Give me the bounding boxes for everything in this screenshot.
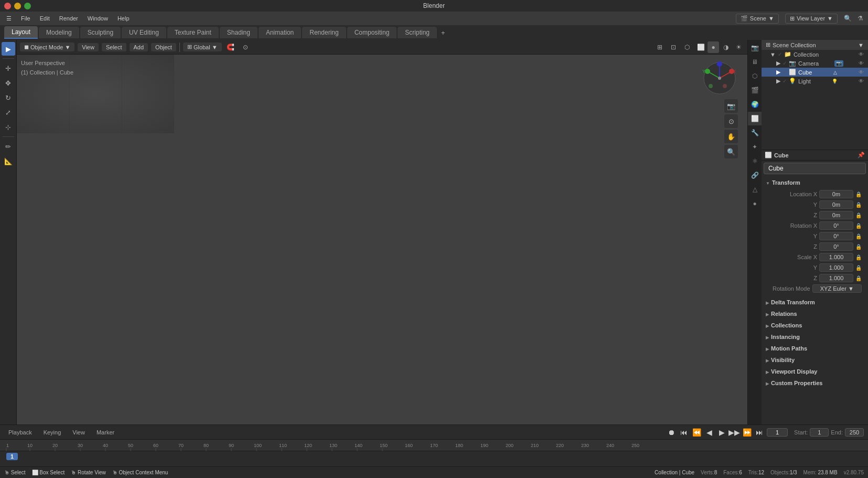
next-frame-button[interactable]: ▶▶: [729, 427, 740, 438]
visibility-header[interactable]: Visibility: [762, 355, 868, 365]
add-workspace-button[interactable]: +: [438, 28, 448, 38]
zoom-btn[interactable]: 🔍: [724, 145, 738, 158]
object-properties-icon[interactable]: ⬜: [748, 112, 762, 125]
scale-x-value[interactable]: 1.000: [819, 253, 853, 261]
jump-start-button[interactable]: ⏮: [679, 427, 689, 438]
mode-selector[interactable]: ◼ Object Mode ▼: [20, 43, 74, 51]
select-menu[interactable]: Select: [102, 43, 126, 51]
filter-button[interactable]: ⚗: [854, 13, 866, 24]
custom-properties-header[interactable]: Custom Properties: [762, 378, 868, 388]
camera-view-btn[interactable]: 📷: [724, 99, 738, 113]
jump-end-button[interactable]: ⏭: [754, 427, 765, 438]
prev-frame-button[interactable]: ◀: [704, 427, 714, 438]
annotate-tool[interactable]: ✏: [2, 140, 15, 153]
rotation-y-lock[interactable]: 🔒: [855, 233, 862, 239]
obj-name-input[interactable]: Cube: [764, 163, 866, 174]
menu-file[interactable]: File: [17, 14, 35, 23]
scale-x-lock[interactable]: 🔒: [855, 254, 862, 260]
cursor-tool[interactable]: ✛: [2, 61, 15, 75]
outliner-filter[interactable]: ▼: [858, 42, 864, 48]
timeline-scrub-area[interactable]: 1 10 20 30 40 50 60 70 80 90 100 110 120…: [0, 440, 868, 466]
frame-numbers-row[interactable]: 1: [0, 451, 868, 463]
relations-header[interactable]: Relations: [762, 309, 868, 319]
rotation-x-value[interactable]: 0°: [819, 221, 853, 230]
orbit-btn[interactable]: ⊙: [724, 114, 738, 128]
rotation-x-lock[interactable]: 🔒: [855, 223, 862, 229]
scene-selector[interactable]: 🎬 Scene ▼: [736, 14, 779, 24]
cube-eye[interactable]: 👁: [859, 69, 864, 75]
transform-tool[interactable]: ⊹: [2, 120, 15, 134]
object-menu[interactable]: Object: [151, 43, 176, 51]
close-button[interactable]: [4, 3, 11, 9]
camera-eye[interactable]: 👁: [859, 60, 864, 66]
workspace-tab-layout[interactable]: Layout: [4, 26, 38, 39]
solid-mode[interactable]: ●: [708, 41, 719, 53]
start-frame-input[interactable]: 1: [810, 428, 829, 437]
rendered-mode[interactable]: ☀: [733, 41, 744, 53]
viewport-overlays[interactable]: ⊡: [668, 41, 679, 53]
motion-paths-header[interactable]: Motion Paths: [762, 343, 868, 354]
move-tool[interactable]: ✥: [2, 76, 15, 90]
pan-btn[interactable]: ✋: [724, 130, 738, 143]
show-gizmos[interactable]: ⊞: [654, 41, 666, 53]
workspace-tab-sculpting[interactable]: Sculpting: [80, 27, 121, 38]
data-properties-icon[interactable]: △: [748, 183, 762, 196]
menu-edit[interactable]: Edit: [36, 14, 54, 23]
maximize-button[interactable]: [24, 3, 31, 9]
outliner-cube[interactable]: ▶ ✓ ⬜ Cube △ 👁: [762, 68, 868, 77]
delta-transform-header[interactable]: Delta Transform: [762, 297, 868, 307]
rotate-tool[interactable]: ↻: [2, 91, 15, 104]
rotation-mode-value[interactable]: XYZ Euler ▼: [812, 284, 862, 293]
instancing-header[interactable]: Instancing: [762, 332, 868, 342]
constraints-properties-icon[interactable]: 🔗: [748, 168, 762, 182]
location-z-lock[interactable]: 🔒: [855, 213, 862, 218]
workspace-tab-texture[interactable]: Texture Paint: [167, 27, 219, 38]
workspace-tab-scripting[interactable]: Scripting: [398, 27, 437, 38]
next-keyframe-button[interactable]: ⏩: [742, 427, 752, 438]
end-frame-input[interactable]: 250: [845, 428, 864, 437]
transform-section-header[interactable]: Transform: [762, 177, 868, 188]
outliner-camera[interactable]: ▶ ✓ 📷 Camera 📷 👁: [762, 59, 868, 68]
view-menu-tl[interactable]: View: [68, 428, 89, 437]
search-button[interactable]: 🔍: [842, 13, 853, 24]
render-properties-icon[interactable]: 📷: [748, 41, 762, 55]
viewlayer-selector[interactable]: ⊞ View Layer ▼: [785, 14, 838, 24]
add-menu[interactable]: Add: [130, 43, 148, 51]
location-x-lock[interactable]: 🔒: [855, 192, 862, 197]
collection-eye[interactable]: 👁: [859, 51, 864, 57]
outliner-collection[interactable]: ▼ ✓ 📁 Collection 👁: [762, 50, 868, 59]
workspace-tab-rendering[interactable]: Rendering: [302, 27, 346, 38]
rotation-y-value[interactable]: 0°: [819, 232, 853, 240]
modifier-properties-icon[interactable]: 🔧: [748, 126, 762, 140]
menu-render[interactable]: Render: [55, 14, 82, 23]
rotation-z-lock[interactable]: 🔒: [855, 244, 862, 250]
scale-z-lock[interactable]: 🔒: [855, 275, 862, 281]
world-properties-icon[interactable]: 🌍: [748, 98, 762, 111]
editor-type-selector[interactable]: ☰: [2, 14, 16, 23]
viewport-canvas[interactable]: User Perspective (1) Collection | Cube X…: [17, 55, 747, 424]
current-frame-input[interactable]: 1: [767, 428, 788, 437]
scale-y-lock[interactable]: 🔒: [855, 265, 862, 271]
xray-toggle[interactable]: ⬡: [681, 41, 693, 53]
marker-menu[interactable]: Marker: [92, 428, 119, 437]
scale-y-value[interactable]: 1.000: [819, 263, 853, 272]
outliner-light[interactable]: ▶ ✓ 💡 Light 💡 👁: [762, 77, 868, 86]
menu-help[interactable]: Help: [113, 14, 134, 23]
menu-window[interactable]: Window: [83, 14, 112, 23]
location-y-value[interactable]: 0m: [819, 200, 853, 209]
obj-props-pin[interactable]: 📌: [858, 152, 865, 158]
playback-menu[interactable]: Playback: [4, 428, 36, 437]
wireframe-mode[interactable]: ⬜: [695, 41, 706, 53]
scene-properties-icon[interactable]: 🎬: [748, 83, 762, 97]
play-button[interactable]: ▶: [716, 427, 727, 438]
light-eye[interactable]: 👁: [859, 78, 864, 84]
location-z-value[interactable]: 0m: [819, 211, 853, 219]
material-properties-icon[interactable]: ●: [748, 197, 762, 210]
transform-orientation[interactable]: ⊞ Global ▼: [183, 43, 222, 51]
workspace-tab-shading[interactable]: Shading: [220, 27, 258, 38]
view-menu[interactable]: View: [78, 43, 99, 51]
nav-gizmo[interactable]: X Y Z: [701, 60, 738, 97]
physics-properties-icon[interactable]: ⚛: [748, 154, 762, 168]
collections-header[interactable]: Collections: [762, 320, 868, 331]
proportional-toggle[interactable]: ⊙: [240, 41, 251, 53]
